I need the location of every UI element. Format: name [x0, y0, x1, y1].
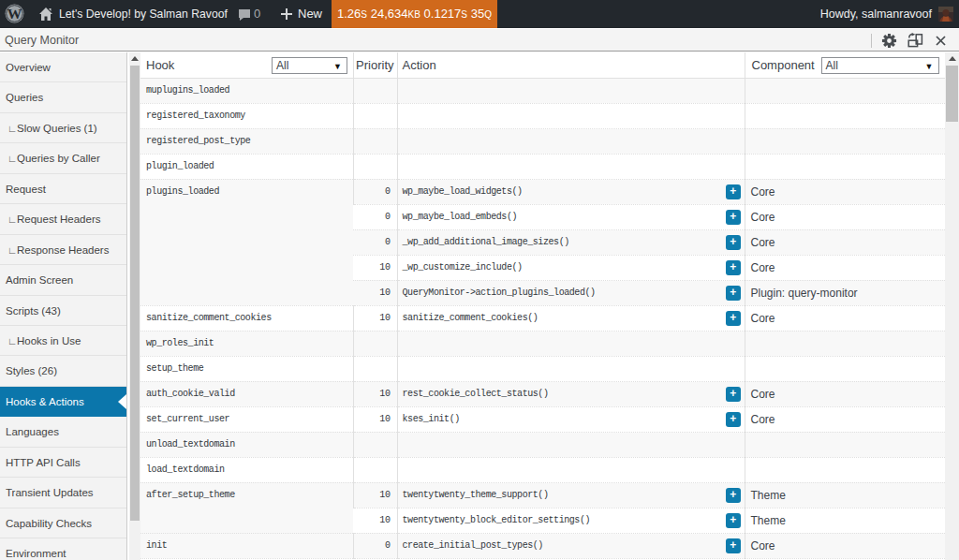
svg-text:W: W — [7, 6, 22, 22]
